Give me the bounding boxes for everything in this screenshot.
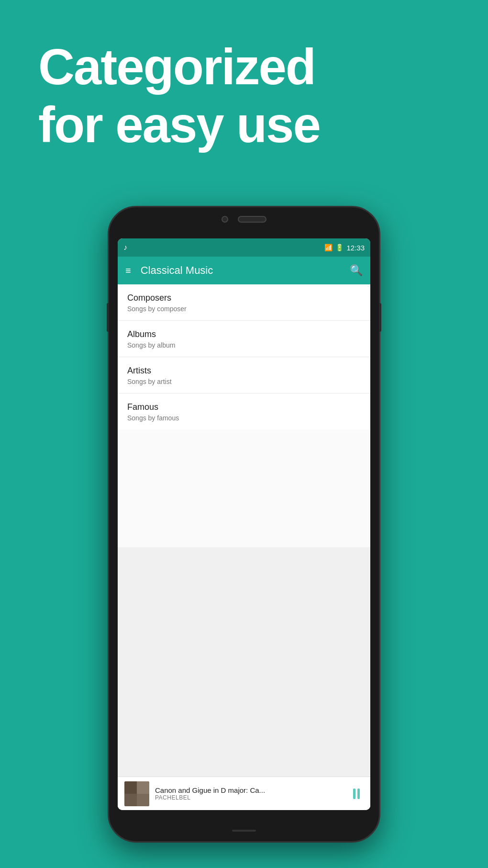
artists-subtitle: Songs by artist	[127, 378, 361, 385]
now-playing-artist: PACHELBEL	[155, 794, 349, 801]
phone-screen: ♪ 📶 🔋 12:33 ≡ Classical Music 🔍	[118, 238, 370, 810]
album-art-cell-4	[137, 794, 149, 806]
composers-title: Composers	[127, 293, 361, 303]
composers-subtitle: Songs by composer	[127, 305, 361, 313]
hero-line2: for easy use	[38, 96, 450, 154]
menu-icon[interactable]: ≡	[125, 265, 131, 276]
home-indicator	[232, 830, 256, 832]
status-time: 12:33	[346, 244, 365, 252]
phone-mockup: ♪ 📶 🔋 12:33 ≡ Classical Music 🔍	[108, 206, 380, 843]
list-item-famous[interactable]: Famous Songs by famous	[118, 394, 370, 429]
list-item-composers[interactable]: Composers Songs by composer	[118, 284, 370, 321]
famous-subtitle: Songs by famous	[127, 414, 361, 422]
album-art-cell-2	[137, 781, 149, 794]
volume-button	[107, 303, 109, 332]
albums-subtitle: Songs by album	[127, 341, 361, 349]
artists-title: Artists	[127, 366, 361, 376]
battery-icon: 🔋	[335, 244, 344, 251]
speaker-grille	[238, 216, 266, 223]
front-camera	[222, 216, 228, 223]
pause-bar-left	[353, 789, 355, 799]
pause-bar-right	[357, 789, 360, 799]
signal-icon: 📶	[324, 244, 333, 251]
albums-title: Albums	[127, 329, 361, 339]
search-icon[interactable]: 🔍	[350, 264, 363, 277]
app-title: Classical Music	[141, 264, 350, 277]
album-art-cell-3	[124, 794, 137, 806]
phone-top-bar	[222, 216, 266, 223]
now-playing-bar[interactable]: Canon and Gigue in D major: Ca... PACHEL…	[118, 777, 370, 810]
pause-button[interactable]	[349, 785, 364, 803]
album-art-cell-1	[124, 781, 137, 794]
list-item-artists[interactable]: Artists Songs by artist	[118, 357, 370, 394]
power-button	[379, 303, 381, 332]
album-art	[124, 781, 149, 806]
phone-shell: ♪ 📶 🔋 12:33 ≡ Classical Music 🔍	[108, 206, 380, 843]
hero-text: Categorized for easy use	[38, 38, 450, 154]
now-playing-info: Canon and Gigue in D major: Ca... PACHEL…	[155, 786, 349, 801]
empty-area	[118, 547, 370, 810]
music-note-icon: ♪	[123, 243, 127, 252]
list-item-albums[interactable]: Albums Songs by album	[118, 321, 370, 357]
famous-title: Famous	[127, 402, 361, 412]
app-toolbar: ≡ Classical Music 🔍	[118, 257, 370, 284]
category-list: Composers Songs by composer Albums Songs…	[118, 284, 370, 547]
hero-line1: Categorized	[38, 38, 450, 96]
status-bar: ♪ 📶 🔋 12:33	[118, 238, 370, 257]
now-playing-title: Canon and Gigue in D major: Ca...	[155, 786, 349, 794]
